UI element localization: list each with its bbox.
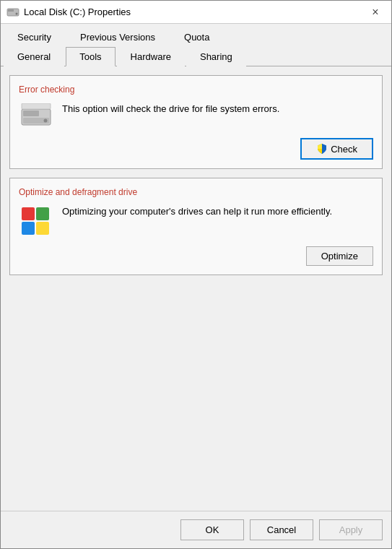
- shield-icon: [316, 143, 328, 155]
- bottom-bar: OK Cancel Apply: [1, 511, 391, 548]
- apply-button[interactable]: Apply: [319, 519, 383, 540]
- error-checking-title: Error checking: [19, 85, 373, 95]
- check-button[interactable]: Check: [300, 138, 373, 160]
- svg-point-6: [44, 119, 48, 123]
- svg-point-2: [16, 12, 18, 14]
- optimize-description: Optimizing your computer's drives can he…: [62, 204, 373, 219]
- check-button-label: Check: [331, 144, 357, 155]
- ok-button[interactable]: OK: [180, 519, 244, 540]
- tab-tools[interactable]: Tools: [66, 47, 115, 66]
- drive-icon: [19, 102, 53, 131]
- tab-previous-versions[interactable]: Previous Versions: [66, 27, 169, 47]
- window-title: Local Disk (C:) Properties: [24, 7, 365, 17]
- svg-rect-1: [8, 9, 14, 12]
- svg-rect-10: [22, 222, 35, 235]
- tab-sharing[interactable]: Sharing: [186, 47, 246, 66]
- close-button[interactable]: ×: [365, 2, 386, 22]
- svg-rect-8: [22, 207, 35, 220]
- optimize-button-label: Optimize: [321, 251, 358, 261]
- error-checking-section: Error checking This option will check th…: [9, 75, 383, 169]
- title-bar-icon: [6, 6, 19, 19]
- hdd-icon-svg: [20, 103, 52, 129]
- properties-window: Local Disk (C:) Properties × Security Pr…: [0, 0, 392, 549]
- tab-general[interactable]: General: [4, 47, 64, 66]
- cancel-button[interactable]: Cancel: [250, 519, 313, 540]
- error-checking-button-row: Check: [19, 138, 373, 160]
- title-bar: Local Disk (C:) Properties ×: [1, 1, 391, 24]
- svg-rect-11: [36, 222, 49, 235]
- defrag-icon: [19, 204, 53, 239]
- content-area: Error checking This option will check th…: [1, 66, 391, 511]
- svg-rect-7: [22, 103, 51, 109]
- optimize-button-row: Optimize: [19, 246, 373, 266]
- tab-row-2: General Tools Hardware Sharing: [1, 46, 391, 66]
- error-checking-description: This option will check the drive for fil…: [62, 102, 373, 116]
- optimize-inner: Optimizing your computer's drives can he…: [19, 204, 373, 239]
- tab-quota[interactable]: Quota: [170, 27, 223, 47]
- error-checking-inner: This option will check the drive for fil…: [19, 102, 373, 131]
- svg-rect-4: [23, 111, 39, 116]
- tab-hardware[interactable]: Hardware: [117, 47, 185, 66]
- svg-rect-9: [36, 207, 49, 220]
- optimize-button[interactable]: Optimize: [306, 246, 373, 266]
- tab-security[interactable]: Security: [4, 27, 65, 47]
- tab-row-1: Security Previous Versions Quota: [1, 24, 391, 46]
- optimize-section: Optimize and defragment drive Op: [9, 178, 383, 275]
- defrag-icon-svg: [20, 206, 52, 238]
- optimize-title: Optimize and defragment drive: [19, 187, 373, 197]
